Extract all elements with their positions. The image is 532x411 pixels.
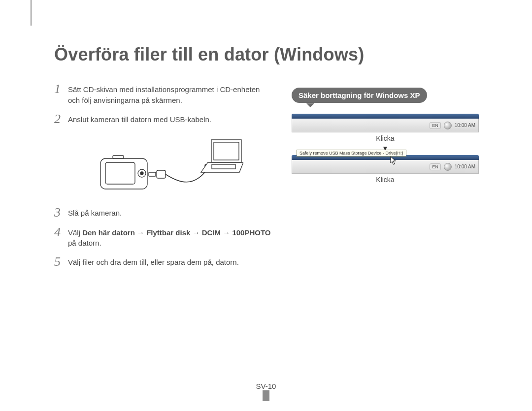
- svg-rect-4: [113, 156, 124, 158]
- safely-remove-icon[interactable]: [444, 122, 452, 129]
- manual-page: Överföra filer till en dator (Windows) 1…: [0, 0, 532, 411]
- safely-remove-icon[interactable]: [444, 163, 452, 171]
- safely-remove-tooltip[interactable]: Safely remove USB Mass Storage Device - …: [297, 150, 406, 157]
- language-indicator: EN: [430, 163, 441, 170]
- system-tray: EN 10:00 AM: [292, 160, 479, 174]
- click-label-1: Klicka: [292, 134, 479, 142]
- camera-to-laptop-illustration: [96, 134, 243, 198]
- svg-point-3: [140, 172, 143, 175]
- step-4-post: på datorn.: [68, 239, 101, 247]
- crop-mark: [31, 0, 32, 26]
- connection-diagram: [68, 132, 271, 199]
- step-text: Slå på kameran.: [68, 206, 271, 219]
- step-number: 1: [54, 83, 68, 95]
- step-4-pre: Välj: [68, 228, 82, 237]
- step-text: Anslut kameran till datorn med USB-kabel…: [68, 113, 271, 125]
- page-title: Överföra filer till en dator (Windows): [54, 44, 498, 65]
- step-number: 3: [54, 206, 68, 219]
- step-3: 3 Slå på kameran.: [54, 206, 271, 219]
- content-columns: 1 Sätt CD-skivan med installationsprogra…: [54, 83, 498, 275]
- step-text: Välj Den här datorn → Flyttbar disk → DC…: [68, 226, 271, 249]
- taskbar-2: Safely remove USB Mass Storage Device - …: [292, 155, 479, 174]
- step-number: 2: [54, 113, 68, 126]
- left-column: 1 Sätt CD-skivan med installationsprogra…: [54, 83, 271, 275]
- step-text: Sätt CD-skivan med installationsprogramm…: [68, 83, 271, 106]
- click-label-2: Klicka: [292, 176, 479, 184]
- clock: 10:00 AM: [455, 164, 475, 169]
- svg-rect-1: [105, 162, 135, 184]
- right-column: Säker borttagning för Windows XP EN 10:0…: [292, 83, 479, 186]
- clock: 10:00 AM: [455, 123, 475, 128]
- step-1: 1 Sätt CD-skivan med installationsprogra…: [54, 83, 271, 106]
- step-4-bold: Den här datorn → Flyttbar disk → DCIM → …: [82, 228, 270, 237]
- page-number: SV-10: [256, 382, 276, 390]
- step-number: 4: [54, 226, 68, 239]
- taskbar-top-edge: [292, 114, 479, 119]
- svg-rect-5: [149, 172, 156, 176]
- system-tray: EN 10:00 AM: [292, 119, 479, 132]
- svg-rect-8: [214, 142, 239, 160]
- safe-remove-callout: Säker borttagning för Windows XP: [292, 88, 427, 103]
- step-4: 4 Välj Den här datorn → Flyttbar disk → …: [54, 226, 271, 249]
- page-number-bar: [263, 390, 269, 401]
- taskbar-1: EN 10:00 AM: [292, 114, 479, 132]
- language-indicator: EN: [430, 122, 441, 129]
- svg-rect-6: [157, 170, 166, 178]
- step-text: Välj filer och dra dem till, eller spara…: [68, 255, 271, 268]
- step-2: 2 Anslut kameran till datorn med USB-kab…: [54, 113, 271, 126]
- step-5: 5 Välj filer och dra dem till, eller spa…: [54, 255, 271, 268]
- svg-rect-9: [212, 164, 235, 169]
- step-number: 5: [54, 255, 68, 268]
